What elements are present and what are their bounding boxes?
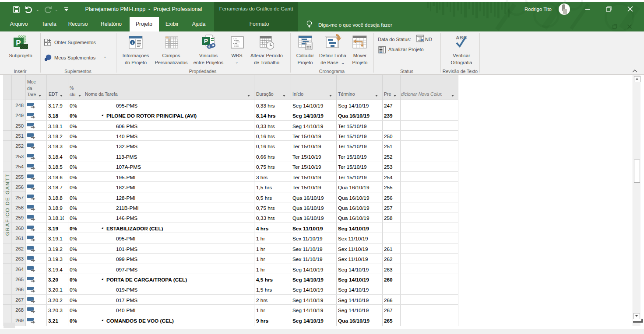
svg-text:P: P [204,38,208,45]
svg-text:P: P [16,39,21,47]
